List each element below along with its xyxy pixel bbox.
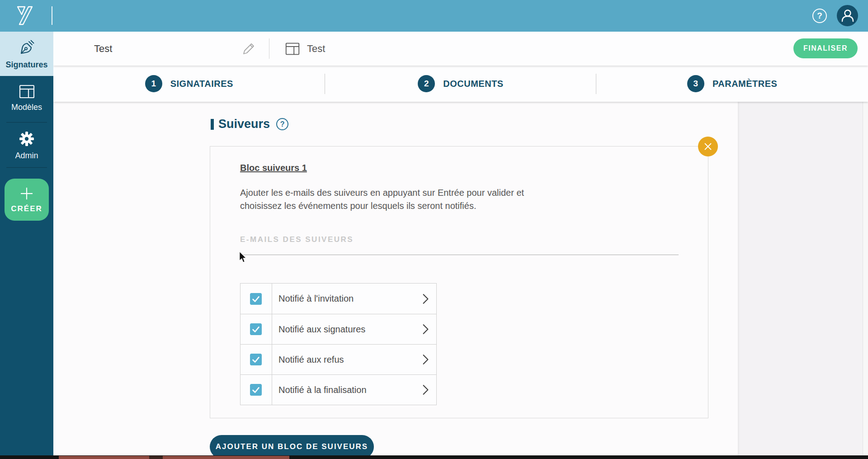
- sidebar-item-label: Modèles: [11, 103, 42, 111]
- notification-options-list: Notifié à l'invitation: [240, 283, 437, 405]
- followers-emails-input[interactable]: [240, 241, 679, 255]
- template-chip: Test: [285, 32, 325, 66]
- block-title: Bloc suiveurs 1: [240, 163, 307, 173]
- step-number-badge: 2: [418, 75, 435, 92]
- procedure-header: Test Test FINALISER: [53, 32, 868, 66]
- followers-block-card: Bloc suiveurs 1 Ajouter les e-mails des …: [210, 146, 708, 418]
- template-icon: [285, 42, 300, 56]
- step-label: DOCUMENTS: [443, 79, 503, 89]
- checkbox-cell: [241, 345, 272, 374]
- step-item[interactable]: 2 DOCUMENTS: [325, 66, 597, 102]
- option-checkbox[interactable]: [250, 354, 262, 365]
- option-checkbox[interactable]: [250, 293, 262, 305]
- sidebar-item-label: Signatures: [5, 61, 47, 69]
- create-button[interactable]: CRÉER: [5, 179, 49, 221]
- person-icon: [837, 5, 858, 26]
- option-label: Notifié aux refus: [272, 345, 415, 374]
- procedure-title: Test: [94, 32, 112, 66]
- finalize-button[interactable]: FINALISER: [793, 38, 858, 58]
- user-avatar[interactable]: [837, 5, 858, 26]
- notification-option-row[interactable]: Notifié aux refus: [241, 344, 436, 374]
- section-help-icon[interactable]: ?: [276, 118, 288, 130]
- topbar-divider: [52, 6, 52, 25]
- sidebar-item-admin[interactable]: Admin: [0, 130, 53, 160]
- sidebar-divider: [6, 122, 47, 123]
- step-label: SIGNATAIRES: [170, 79, 233, 89]
- checkmark-icon: [251, 355, 261, 364]
- notification-option-row[interactable]: Notifié à l'invitation: [241, 284, 436, 314]
- background-window-sliver: [0, 455, 868, 459]
- sidebar-item-signatures[interactable]: Signatures: [0, 32, 53, 76]
- sidebar-item-modeles[interactable]: Modèles: [0, 84, 53, 111]
- remove-block-button[interactable]: [698, 137, 718, 156]
- option-label: Notifié aux signatures: [272, 314, 415, 344]
- plus-icon: [19, 186, 34, 201]
- checkmark-icon: [251, 385, 261, 395]
- app-screen: ? Signatures Modèles: [0, 0, 868, 459]
- help-icon[interactable]: ?: [812, 9, 827, 23]
- checkbox-cell: [241, 284, 272, 314]
- checkbox-cell: [241, 375, 272, 405]
- create-button-label: CRÉER: [11, 204, 42, 213]
- option-label: Notifié à la finalisation: [272, 375, 415, 405]
- notification-option-row[interactable]: Notifié aux signatures: [241, 314, 436, 344]
- chevron-right-icon[interactable]: [415, 375, 436, 405]
- main-area: Suiveurs ? Bloc suiveurs 1 Ajouter les e…: [53, 102, 868, 459]
- background-window-fragment: [59, 456, 289, 459]
- sidebar-item-label: Admin: [15, 151, 38, 160]
- notification-option-row[interactable]: Notifié à la finalisation: [241, 374, 436, 405]
- pen-nib-icon: [18, 39, 36, 57]
- option-label: Notifié à l'invitation: [272, 284, 415, 314]
- close-icon: [703, 142, 713, 151]
- chevron-right-icon[interactable]: [415, 284, 436, 314]
- checkmark-icon: [251, 294, 261, 304]
- step-label: PARAMÈTRES: [712, 79, 778, 89]
- gear-icon: [18, 130, 35, 147]
- scrollbar-track[interactable]: [863, 102, 868, 459]
- topbar: ?: [0, 0, 868, 32]
- step-item[interactable]: 3 PARAMÈTRES: [596, 66, 868, 102]
- option-checkbox[interactable]: [250, 384, 262, 396]
- sidebar-divider: [6, 167, 47, 168]
- background-window-fragment: [149, 456, 163, 459]
- step-number-badge: 3: [687, 75, 704, 92]
- chevron-right-icon[interactable]: [415, 345, 436, 374]
- chevron-right-icon[interactable]: [415, 314, 436, 344]
- checkmark-icon: [251, 324, 261, 334]
- step-item[interactable]: 1 SIGNATAIRES: [53, 66, 325, 102]
- heading-accent-bar: [211, 119, 214, 130]
- header-divider: [269, 38, 269, 59]
- app-logo-icon[interactable]: [16, 5, 34, 28]
- step-number-badge: 1: [145, 75, 162, 92]
- steps-bar: 1 SIGNATAIRES 2 DOCUMENTS 3 PARAMÈTRES: [53, 66, 868, 102]
- sidebar: Signatures Modèles: [0, 32, 53, 459]
- edit-pencil-icon[interactable]: [241, 42, 255, 58]
- section-heading: Suiveurs ?: [211, 117, 288, 131]
- checkbox-cell: [241, 314, 272, 344]
- content-panel: Suiveurs ? Bloc suiveurs 1 Ajouter les e…: [53, 102, 738, 459]
- section-title: Suiveurs: [218, 117, 270, 131]
- template-icon: [19, 84, 35, 99]
- block-description: Ajouter les e-mails des suiveurs en appu…: [240, 186, 552, 213]
- template-name: Test: [307, 43, 325, 55]
- option-checkbox[interactable]: [250, 323, 262, 335]
